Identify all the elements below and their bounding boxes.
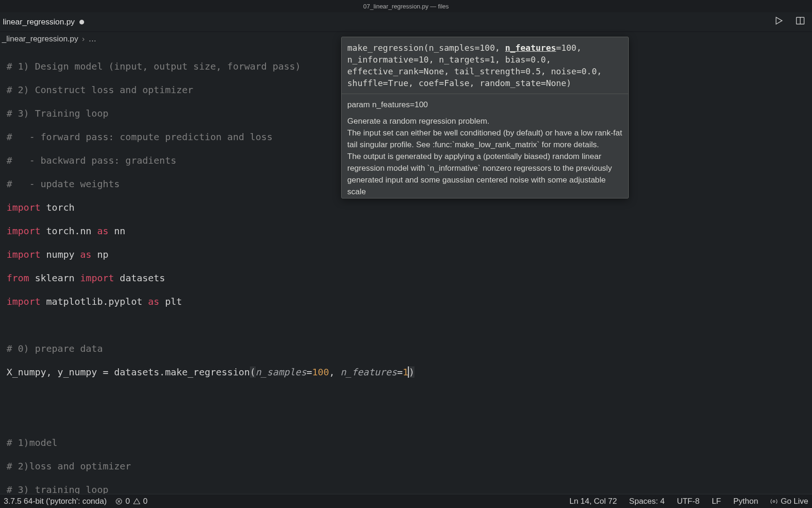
- param-label: param n_features=100: [347, 99, 623, 111]
- status-problems[interactable]: 0 0: [115, 497, 148, 506]
- doc-line: Generate a random regression problem.: [347, 115, 623, 127]
- error-icon: [115, 498, 123, 505]
- svg-point-5: [773, 500, 775, 502]
- comment: # 1) Design model (input, output size, f…: [7, 61, 301, 72]
- window-title: 07_linear_regression.py — files: [0, 0, 812, 12]
- comment: # 2)loss and optimizer: [7, 460, 131, 472]
- signature-help-popup: make_regression(n_samples=100, n_feature…: [341, 37, 629, 198]
- comment: # 2) Construct loss and optimizer: [7, 84, 193, 95]
- comment: # - forward pass: compute prediction and…: [7, 131, 273, 143]
- status-eol[interactable]: LF: [712, 497, 721, 506]
- status-bar: 3.7.5 64-bit ('pytorch': conda) 0 0 Ln 1…: [0, 494, 812, 508]
- broadcast-icon: [770, 498, 778, 505]
- breadcrumb-symbol: …: [88, 34, 96, 44]
- warning-icon: [133, 498, 141, 505]
- comment: # - update weights: [7, 178, 120, 190]
- unsaved-dot-icon: [79, 20, 84, 24]
- active-param: n_features: [505, 43, 556, 53]
- comment: # - backward pass: gradients: [7, 155, 176, 166]
- chevron-right-icon: ›: [82, 34, 85, 44]
- split-editor-icon[interactable]: [795, 16, 805, 28]
- breadcrumb-file: _linear_regression.py: [2, 34, 78, 44]
- tab-bar: linear_regression.py: [0, 12, 812, 32]
- status-language[interactable]: Python: [733, 497, 758, 506]
- status-go-live[interactable]: Go Live: [770, 497, 808, 506]
- status-encoding[interactable]: UTF-8: [677, 497, 699, 506]
- status-cursor-position[interactable]: Ln 14, Col 72: [570, 497, 617, 506]
- signature-text: make_regression(n_samples=100, n_feature…: [347, 42, 623, 89]
- comment: # 3) Training loop: [7, 108, 109, 119]
- tab-label: linear_regression.py: [3, 17, 75, 27]
- run-icon[interactable]: [773, 16, 784, 28]
- doc-line: The output is generated by applying a (p…: [347, 151, 623, 198]
- status-indent[interactable]: Spaces: 4: [629, 497, 665, 506]
- comment: # 1)model: [7, 437, 57, 448]
- status-interpreter[interactable]: 3.7.5 64-bit ('pytorch': conda): [4, 497, 107, 506]
- comment: # 0) prepare data: [7, 343, 103, 354]
- tab-active[interactable]: linear_regression.py: [0, 12, 92, 32]
- doc-line: The input set can either be well conditi…: [347, 127, 623, 151]
